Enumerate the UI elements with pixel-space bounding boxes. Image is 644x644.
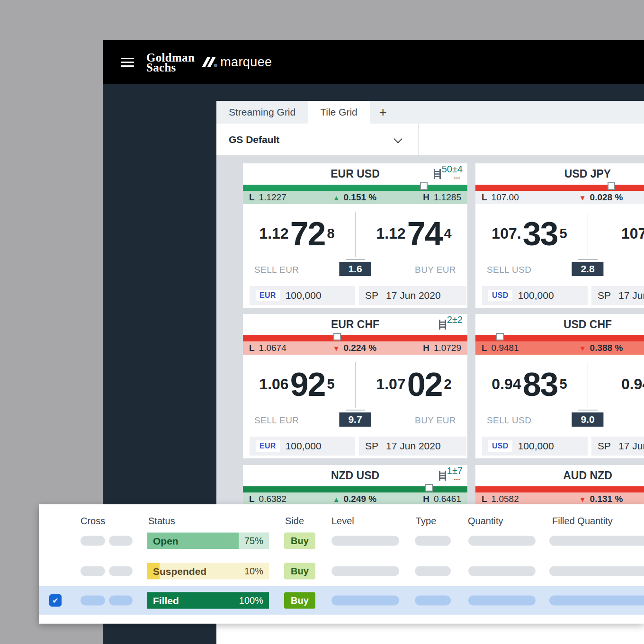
tenor-field[interactable]: SP 17 Jun 2020 — [591, 437, 644, 456]
notional-amount-field[interactable]: USD 100,000 — [482, 286, 588, 305]
notional-amount-field[interactable]: EUR 100,000 — [250, 437, 355, 456]
order-row[interactable]: ✔ Filled 100% Buy — [39, 586, 644, 615]
cross-skeleton — [109, 566, 133, 576]
sell-price-pip: 5 — [560, 226, 567, 242]
fx-tile[interactable]: USD JPY L107.00 ▼0.028 % H 107.335 107.3… — [475, 163, 644, 308]
add-tab-button[interactable]: + — [370, 101, 396, 124]
buy-price-button[interactable]: 1.07022 — [360, 359, 467, 409]
currency-pair-title: USD JPY — [475, 168, 644, 180]
low-value: L107.00 — [482, 192, 519, 203]
sell-price-button[interactable]: 1.12728 — [243, 209, 351, 259]
range-slider-handle[interactable] — [496, 333, 504, 340]
buy-side-label: BUY EUR — [415, 265, 456, 275]
sell-price-prefix: 1.12 — [259, 225, 288, 242]
order-row[interactable]: Open 75% Buy — [39, 528, 644, 554]
bottom-strip — [216, 624, 644, 644]
range-slider-handle[interactable] — [425, 484, 433, 492]
tab-streaming-grid[interactable]: Streaming Grid — [216, 101, 308, 124]
sell-price-button[interactable]: 107.335 — [475, 209, 583, 259]
status-progress-chip: Filled 100% — [147, 592, 269, 609]
spread-value: 1.6 — [339, 262, 371, 276]
column-header-level: Level — [331, 516, 354, 527]
notional-amount-field[interactable]: USD 100,000 — [482, 437, 588, 456]
tab-strip: Streaming Grid Tile Grid + — [216, 101, 644, 124]
cross-skeleton — [80, 566, 105, 576]
buy-price-prefix: 0.94 — [621, 376, 644, 393]
filled-quantity-skeleton — [549, 536, 644, 546]
cross-skeleton — [80, 536, 105, 546]
currency-pair-title: AUD NZD — [475, 469, 644, 482]
range-bar — [243, 185, 467, 191]
low-high-row: L1.1227 ▲0.151 % H1.1285 — [243, 191, 467, 204]
ladder-count: 2±2 — [447, 314, 463, 325]
price-divider — [355, 212, 356, 257]
change-percent: ▼0.224 % — [333, 343, 377, 353]
range-slider-handle[interactable] — [420, 182, 428, 190]
low-high-row: L1.0582 ▼0.131 % H — [475, 492, 644, 506]
sell-price-pip: 5 — [560, 376, 567, 392]
buy-price-pip: 2 — [444, 376, 452, 392]
spread-value: 9.0 — [572, 412, 603, 427]
sell-price-big-figure: 83 — [523, 368, 558, 401]
fx-tile[interactable]: EUR USD 50±4 … L1.1227 ▲0.151 % H1.1285 … — [243, 163, 467, 308]
buy-side-label: BUY EUR — [415, 415, 456, 426]
currency-badge: USD — [488, 290, 512, 301]
notional-amount: 100,000 — [518, 440, 554, 452]
buy-price-button[interactable]: 1.12744 — [360, 209, 467, 259]
spread-tick — [346, 259, 365, 260]
ladder-icon — [433, 169, 441, 179]
tab-tile-grid[interactable]: Tile Grid — [308, 101, 370, 124]
notional-amount-field[interactable]: EUR 100,000 — [250, 286, 355, 305]
range-slider-handle[interactable] — [333, 333, 341, 340]
status-percent: 75% — [244, 536, 263, 546]
notional-amount: 100,000 — [286, 440, 322, 452]
goldman-sachs-logo: Goldman Sachs — [146, 53, 195, 72]
tenor-field[interactable]: SP 17 Jun 2020 — [359, 437, 466, 456]
level-skeleton — [331, 536, 399, 546]
fx-tile[interactable]: USD CHF L0.9481 ▼0.388 % H 0.94835 0.949… — [475, 314, 644, 458]
trend-arrow-icon: ▼ — [579, 194, 586, 202]
low-value: L1.1227 — [249, 192, 286, 203]
value-date: 17 Jun 2020 — [386, 290, 441, 301]
price-divider — [355, 362, 356, 408]
sell-price-button[interactable]: 1.06925 — [243, 359, 351, 409]
ladder-icon — [438, 320, 447, 330]
side-buy-chip[interactable]: Buy — [284, 533, 315, 549]
ladder-badge[interactable]: 1±7 … — [438, 467, 463, 481]
status-progress-chip: Suspended 10% — [147, 563, 269, 580]
sell-price-button[interactable]: 0.94835 — [475, 359, 583, 409]
side-buy-chip[interactable]: Buy — [284, 592, 315, 609]
tenor-field[interactable]: SP 17 Jun 2020 — [591, 286, 644, 305]
ladder-badge[interactable]: 2±2 — [438, 316, 463, 330]
buy-price-button[interactable]: 0.949 — [593, 359, 644, 409]
status-label: Open — [153, 535, 179, 546]
column-header-status: Status — [148, 516, 175, 527]
hamburger-menu-icon[interactable] — [121, 58, 134, 67]
order-row[interactable]: Suspended 10% Buy — [39, 558, 644, 584]
status-percent: 100% — [239, 595, 263, 606]
workspace-selector[interactable]: GS Default — [216, 124, 419, 155]
row-checkbox[interactable]: ✔ — [49, 594, 62, 607]
buy-price-prefix: 107. — [621, 225, 644, 242]
tenor-field[interactable]: SP 17 Jun 2020 — [359, 286, 466, 305]
low-high-row: L0.6382 ▲0.249 % H0.6461 — [243, 492, 467, 506]
type-skeleton — [415, 566, 451, 576]
price-divider — [588, 212, 588, 257]
cross-skeleton — [109, 536, 133, 546]
buy-price-prefix: 1.12 — [376, 225, 405, 242]
range-slider-handle[interactable] — [608, 182, 615, 190]
high-value: H0.6461 — [423, 494, 461, 504]
quantity-skeleton — [468, 566, 536, 576]
marquee-slashes-icon — [203, 56, 217, 69]
filled-quantity-skeleton — [549, 596, 644, 606]
range-bar — [243, 335, 467, 341]
side-buy-chip[interactable]: Buy — [284, 563, 315, 580]
orders-blotter-panel: Cross Status Side Level Type Quantity Fi… — [39, 504, 644, 624]
fx-tile[interactable]: EUR CHF 2±2 L1.0674 ▼0.224 % H1.0729 1.0… — [243, 314, 467, 458]
buy-price-big-figure: 74 — [407, 217, 442, 250]
ladder-badge[interactable]: 50±4 … — [433, 165, 463, 179]
workspace-selected-value: GS Default — [229, 134, 279, 145]
trend-arrow-icon: ▲ — [333, 495, 340, 503]
buy-price-button[interactable]: 107.3 — [593, 209, 644, 259]
price-divider — [588, 362, 588, 408]
